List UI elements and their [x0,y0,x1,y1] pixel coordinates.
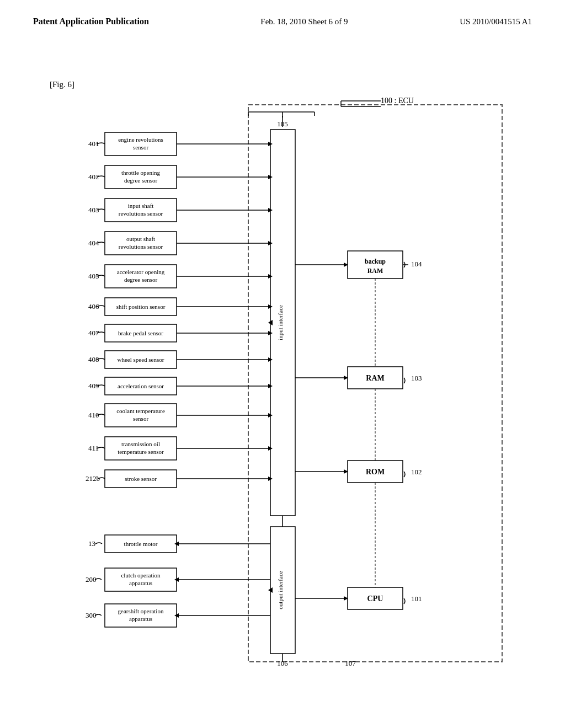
svg-text:transmission oil: transmission oil [121,441,160,447]
figure-label: [Fig. 6] [50,80,74,89]
svg-text:revolutions sensor: revolutions sensor [119,210,163,217]
svg-text:wheel speed sensor: wheel speed sensor [118,356,164,363]
label-13: 13 [88,539,95,548]
label-102: 102 [411,468,422,476]
svg-text:apparatus: apparatus [129,580,152,586]
svg-text:stroke sensor: stroke sensor [125,475,157,482]
ecu-label: 100 : ECU [381,97,414,105]
svg-text:ROM: ROM [366,468,385,476]
svg-text:sensor: sensor [133,415,148,422]
svg-text:degree sensor: degree sensor [124,177,158,184]
svg-text:RAM: RAM [367,267,383,275]
svg-text:revolutions sensor: revolutions sensor [119,243,163,250]
svg-text:RAM: RAM [366,374,384,382]
label-200: 200 [86,575,97,584]
svg-text:acceleration sensor: acceleration sensor [118,383,164,389]
svg-text:CPU: CPU [367,595,383,603]
page-header: Patent Application Publication Feb. 18, … [0,0,565,32]
svg-text:clutch operation: clutch operation [121,572,161,579]
svg-text:apparatus: apparatus [129,615,152,622]
svg-text:input shaft: input shaft [128,202,154,209]
svg-text:backup: backup [365,258,386,265]
input-interface-label: input interface [277,305,284,340]
svg-text:coolant temperature: coolant temperature [116,408,165,414]
svg-text:throttle motor: throttle motor [124,540,158,547]
label-300: 300 [86,611,97,619]
svg-text:gearshift operation: gearshift operation [118,608,164,614]
diagram-area: 100 : ECU input interface 105 output int… [33,97,530,692]
svg-text:throttle opening: throttle opening [121,169,160,176]
svg-text:sensor: sensor [133,144,148,151]
label-104: 104 [411,260,422,268]
diagram-svg: 100 : ECU input interface 105 output int… [33,97,530,692]
label-103: 103 [411,374,422,382]
svg-text:engine revolutions: engine revolutions [118,136,163,143]
svg-text:accelerator opening: accelerator opening [117,269,165,275]
svg-text:shift position sensor: shift position sensor [116,303,166,310]
svg-text:temperature sensor: temperature sensor [118,448,164,455]
publication-date: Feb. 18, 2010 Sheet 6 of 9 [260,17,348,26]
publication-number: US 2010/0041515 A1 [460,17,532,26]
svg-text:brake pedal sensor: brake pedal sensor [118,330,163,336]
svg-text:degree sensor: degree sensor [124,276,158,283]
publication-title: Patent Application Publication [33,17,149,26]
num-107: 107 [345,659,356,667]
label-212b: 212b [86,474,100,483]
svg-text:output shaft: output shaft [126,235,155,242]
output-interface-label: output interface [277,571,284,609]
label-101: 101 [411,595,422,603]
